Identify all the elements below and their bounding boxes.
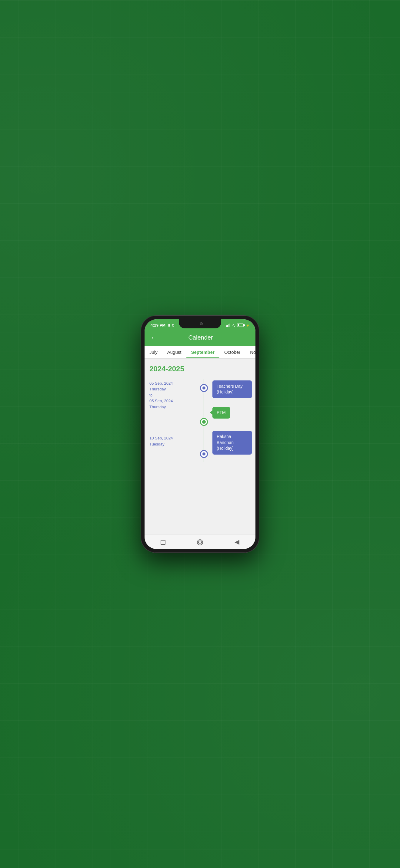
phone-frame: 4:29 PM ⏸ C ∿ ⚡ ← Calend — [141, 316, 259, 553]
phone-screen: 4:29 PM ⏸ C ∿ ⚡ ← Calend — [145, 319, 255, 549]
month-tabs: July August September October November — [145, 346, 255, 359]
event-card-1: Teachers Day (Holiday) — [212, 380, 252, 398]
tab-august[interactable]: August — [163, 346, 187, 358]
status-c-icon: C — [172, 323, 174, 327]
bolt-icon: ⚡ — [246, 324, 249, 327]
timeline-nodes — [198, 379, 210, 462]
page-title: Calender — [161, 334, 240, 341]
status-time: 4:29 PM ⏸ C — [151, 323, 174, 328]
nav-back-button[interactable] — [233, 538, 241, 547]
bottom-nav — [145, 534, 255, 549]
triangle-icon — [234, 540, 239, 545]
node-blue-1 — [200, 384, 208, 392]
date-to-label-1: to — [149, 393, 152, 397]
square-icon — [161, 540, 166, 545]
battery-icon: ⚡ — [237, 323, 249, 327]
date-block-3: 10 Sep, 2024 Tuesday — [149, 433, 196, 454]
tab-september[interactable]: September — [186, 346, 220, 358]
node-1 — [200, 380, 208, 392]
node-2 — [200, 414, 208, 426]
date-from-1: 05 Sep, 2024 Thursday to 05 Sep, 2024 Th… — [149, 380, 196, 410]
status-icon: ⏸ — [167, 323, 171, 327]
tab-october[interactable]: October — [220, 346, 245, 358]
notch — [179, 319, 221, 329]
app-header: ← Calender — [145, 330, 255, 346]
event-card-block-2: PTM — [212, 406, 252, 421]
node-blue-3 — [200, 450, 208, 458]
date-block-1: 05 Sep, 2024 Thursday to 05 Sep, 2024 Th… — [149, 379, 196, 417]
event-card-block-3: Raksha Bandhan (Holiday) — [212, 421, 252, 462]
signal-icon — [226, 323, 230, 327]
back-button[interactable]: ← — [151, 334, 157, 342]
tab-november[interactable]: November — [245, 346, 255, 358]
wifi-icon: ∿ — [232, 323, 236, 328]
event-card-3: Raksha Bandhan (Holiday) — [212, 431, 252, 455]
circle-icon — [197, 539, 203, 546]
status-icons: ∿ ⚡ — [226, 323, 249, 328]
event-card-2: PTM — [212, 407, 230, 419]
node-green-2 — [200, 418, 208, 426]
timeline: 05 Sep, 2024 Thursday to 05 Sep, 2024 Th… — [149, 379, 251, 462]
nav-square-button[interactable] — [159, 538, 167, 547]
date-spacer-2 — [149, 417, 196, 433]
main-content: 2024-2025 05 Sep, 2024 Thursday to 05 Se… — [145, 359, 255, 534]
tab-july[interactable]: July — [145, 346, 163, 358]
event-card-block-1: Teachers Day (Holiday) — [212, 379, 252, 406]
node-3 — [200, 446, 208, 458]
nav-home-button[interactable] — [196, 538, 204, 547]
status-bar: 4:29 PM ⏸ C ∿ ⚡ — [145, 319, 255, 330]
camera-icon — [200, 322, 203, 326]
timeline-events: Teachers Day (Holiday) PTM Raksha Band — [210, 379, 252, 462]
timeline-dates: 05 Sep, 2024 Thursday to 05 Sep, 2024 Th… — [149, 379, 198, 462]
date-from-3: 10 Sep, 2024 Tuesday — [149, 435, 196, 447]
year-label: 2024-2025 — [149, 365, 251, 373]
